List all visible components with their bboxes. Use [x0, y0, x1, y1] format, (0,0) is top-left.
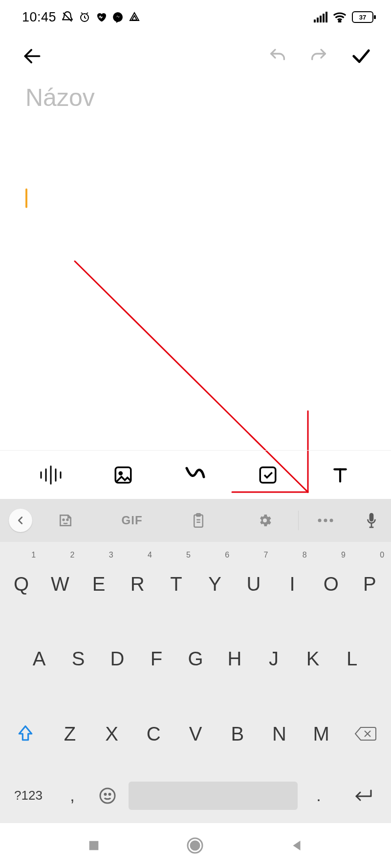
- image-tool[interactable]: [109, 460, 138, 490]
- key-comma[interactable]: ,: [55, 771, 90, 820]
- svg-rect-4: [323, 14, 325, 22]
- redo-button[interactable]: [309, 46, 328, 66]
- key-space[interactable]: [125, 771, 301, 820]
- kb-row-2: A S D F G H J K L: [2, 621, 389, 696]
- kb-settings-button[interactable]: [232, 499, 298, 542]
- undo-button[interactable]: [268, 46, 287, 66]
- svg-point-36: [105, 793, 106, 795]
- key-backspace[interactable]: [342, 697, 389, 771]
- note-toolbar: [0, 450, 391, 499]
- svg-point-6: [339, 21, 341, 22]
- svg-point-29: [318, 519, 321, 522]
- app-toolbar: [0, 41, 391, 71]
- key-x[interactable]: X: [91, 698, 133, 770]
- key-n[interactable]: N: [259, 698, 301, 770]
- draw-tool[interactable]: [181, 460, 210, 490]
- key-f[interactable]: F: [137, 622, 176, 695]
- key-s[interactable]: S: [59, 622, 98, 695]
- audio-tool[interactable]: [36, 460, 65, 490]
- keyboard-keys: Q1 W2 E3 R4 T5 Y6 U7 I8 O9 P0 A S D F G …: [0, 542, 391, 823]
- key-a[interactable]: A: [20, 622, 59, 695]
- svg-point-40: [191, 841, 199, 850]
- svg-point-35: [100, 788, 115, 803]
- key-mode-switch[interactable]: ?123: [2, 771, 55, 820]
- battery-icon: 37: [352, 11, 376, 23]
- key-k[interactable]: K: [293, 622, 332, 695]
- kb-collapse-button[interactable]: [9, 509, 32, 532]
- svg-rect-8: [374, 15, 376, 19]
- svg-rect-38: [89, 841, 98, 850]
- text-format-tool[interactable]: [326, 460, 355, 490]
- svg-point-24: [67, 519, 68, 520]
- key-m[interactable]: M: [300, 698, 342, 770]
- nav-home-button[interactable]: [186, 837, 204, 854]
- kb-clipboard-button[interactable]: [165, 499, 232, 542]
- svg-rect-32: [369, 513, 374, 521]
- kb-row-4: ?123 , .: [2, 771, 389, 820]
- svg-point-37: [109, 793, 110, 795]
- svg-rect-20: [260, 467, 276, 483]
- key-v[interactable]: V: [174, 698, 217, 770]
- key-y[interactable]: Y6: [196, 548, 234, 620]
- back-button[interactable]: [22, 45, 43, 67]
- title-field-wrap: [24, 83, 367, 112]
- key-b[interactable]: B: [217, 698, 259, 770]
- key-period[interactable]: .: [301, 771, 336, 820]
- svg-point-31: [329, 519, 333, 522]
- svg-text:37: 37: [359, 14, 366, 21]
- keyboard: GIF: [0, 499, 391, 823]
- status-bar: 10:45: [0, 0, 391, 34]
- key-l[interactable]: L: [332, 622, 371, 695]
- key-emoji[interactable]: [90, 771, 125, 820]
- key-w[interactable]: W2: [41, 548, 79, 620]
- key-u[interactable]: U7: [234, 548, 273, 620]
- key-j[interactable]: J: [254, 622, 293, 695]
- cell-signal-icon: [314, 12, 327, 22]
- svg-rect-1: [314, 20, 316, 22]
- wifi-icon: [332, 12, 347, 22]
- checklist-tool[interactable]: [253, 460, 282, 490]
- key-r[interactable]: R4: [118, 548, 157, 620]
- key-c[interactable]: C: [132, 698, 174, 770]
- kb-gif-button[interactable]: GIF: [99, 499, 165, 542]
- key-h[interactable]: H: [215, 622, 254, 695]
- kb-row-3: Z X C V B N M: [2, 697, 389, 771]
- svg-rect-3: [320, 16, 322, 22]
- title-input[interactable]: [24, 83, 367, 112]
- heart-rate-icon: [95, 11, 107, 23]
- key-p[interactable]: P0: [350, 548, 389, 620]
- svg-point-19: [119, 472, 122, 474]
- status-left: 10:45: [22, 10, 140, 25]
- key-i[interactable]: I8: [273, 548, 311, 620]
- key-e[interactable]: E3: [79, 548, 118, 620]
- drive-icon: [129, 11, 140, 23]
- done-button[interactable]: [350, 45, 372, 67]
- nav-recent-button[interactable]: [87, 839, 101, 852]
- status-clock: 10:45: [22, 10, 56, 25]
- keyboard-toolbar: GIF: [0, 499, 391, 542]
- svg-point-30: [324, 519, 327, 522]
- messenger-icon: [112, 11, 124, 23]
- kb-more-button[interactable]: [299, 499, 352, 542]
- key-o[interactable]: O9: [312, 548, 350, 620]
- svg-point-23: [63, 519, 65, 520]
- alarm-icon: [79, 11, 90, 23]
- mute-icon: [61, 11, 74, 23]
- kb-sticker-button[interactable]: [32, 499, 99, 542]
- body-text-cursor[interactable]: [25, 188, 27, 208]
- nav-back-button[interactable]: [289, 838, 304, 853]
- kb-row-1: Q1 W2 E3 R4 T5 Y6 U7 I8 O9 P0: [2, 547, 389, 621]
- kb-mic-button[interactable]: [352, 512, 391, 529]
- key-q[interactable]: Q1: [2, 548, 41, 620]
- key-g[interactable]: G: [176, 622, 215, 695]
- space-bar: [129, 782, 298, 810]
- system-nav-bar: [0, 823, 391, 868]
- svg-rect-2: [317, 18, 319, 22]
- key-z[interactable]: Z: [49, 698, 91, 770]
- key-d[interactable]: D: [98, 622, 137, 695]
- svg-rect-5: [326, 12, 327, 22]
- key-shift[interactable]: [2, 697, 49, 771]
- status-right: 37: [314, 11, 376, 23]
- key-enter[interactable]: [336, 771, 389, 820]
- key-t[interactable]: T5: [157, 548, 196, 620]
